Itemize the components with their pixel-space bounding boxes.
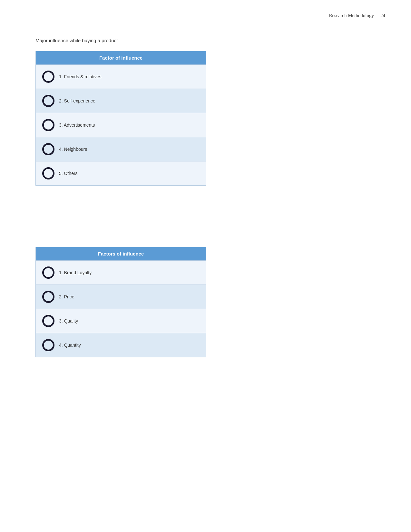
table-row: 5. Others [36,161,206,185]
radio-icon [42,119,54,131]
page-number: 24 [380,13,385,18]
table2: Factors of influence 1. Brand Loyalty2. … [35,247,206,357]
table-row: 2. Price [36,285,206,309]
radio-icon [42,291,54,303]
section1-title: Major influence while buying a product [35,38,376,43]
table1-header: Factor of influence [36,51,206,64]
header-title: Research Methodology [329,13,374,18]
table-row: 3. Advertisements [36,113,206,137]
table-row: 4. Neighbours [36,137,206,161]
row-label: 1. Friends & relatives [59,74,102,79]
spacer [35,205,376,247]
radio-icon [42,266,54,279]
page-header: Research Methodology 24 [0,0,411,25]
table-row: 1. Brand Loyalty [36,260,206,285]
radio-icon [42,315,54,327]
table-row: 4. Quantity [36,333,206,357]
page-content: Major influence while buying a product F… [0,25,411,390]
row-label: 3. Advertisements [59,122,95,128]
table1: Factor of influence 1. Friends & relativ… [35,51,206,186]
row-label: 2. Price [59,294,74,299]
radio-icon [42,71,54,83]
table2-header: Factors of influence [36,247,206,260]
radio-icon [42,167,54,179]
radio-icon [42,143,54,155]
table-row: 2. Self-experience [36,89,206,113]
table-row: 1. Friends & relatives [36,64,206,89]
radio-icon [42,95,54,107]
row-label: 4. Quantity [59,343,81,348]
row-label: 3. Quality [59,318,78,324]
table-row: 3. Quality [36,309,206,333]
radio-icon [42,339,54,351]
row-label: 1. Brand Loyalty [59,270,92,275]
row-label: 4. Neighbours [59,147,87,152]
row-label: 2. Self-experience [59,98,95,103]
row-label: 5. Others [59,171,78,176]
